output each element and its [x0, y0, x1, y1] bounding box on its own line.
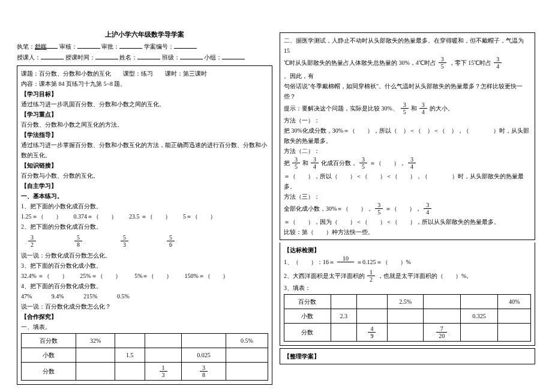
tbl1-c[interactable] — [226, 363, 268, 381]
fraction-3-4: 34 — [494, 56, 502, 70]
table-row: 分数 49 720 — [284, 324, 531, 342]
tbl1-h-percent: 百分数 — [22, 334, 76, 348]
right-test-box: 【达标检测】 1、（ ）：16＝ 10 ＝0.125＝（ ）% 2、大西洋面积是… — [280, 243, 535, 346]
q4-a: 47% — [21, 291, 32, 301]
period: 课时：第三课时 — [165, 70, 207, 77]
blank-review[interactable] — [77, 41, 100, 49]
goal-text: 通过练习进一步巩固百分数、分数和小数之间的互化。 — [21, 99, 268, 109]
q4-explain: 说一说：百分数化成分数怎么化？ — [21, 301, 268, 312]
fraction-5-3: 53 — [121, 234, 128, 248]
tbl2-c[interactable] — [460, 295, 498, 309]
fraction-5-6: 56 — [167, 234, 175, 248]
tbl1-c: 32% — [76, 334, 115, 348]
blank-name[interactable] — [137, 52, 160, 59]
coop-label: 【合作探究】 — [21, 312, 268, 322]
test-q1: 1、（ ）：16＝ 10 ＝0.125＝（ ）% — [284, 255, 531, 269]
goal-label: 【学习目标】 — [21, 89, 268, 99]
worksheet-title: 上沪小学六年级数学导学案 — [17, 30, 272, 39]
lbl-teacher: 授课人： — [17, 54, 41, 61]
fraction-3-4: 34 — [408, 156, 416, 170]
fraction-3-5: 35 — [359, 156, 367, 170]
tbl2-c[interactable] — [460, 324, 498, 342]
tbl1-c: 38 — [182, 363, 226, 381]
header-row-1: 执笔：舒晖 审核： 审批： 学案编号： — [17, 41, 272, 52]
tbl2-c: 40% — [498, 295, 531, 309]
fraction-3-4: 34 — [424, 202, 431, 216]
tbl2-c[interactable] — [423, 295, 460, 309]
lbl-time: 授课时间： — [65, 54, 95, 61]
method-3-text: 全部化成小数，30%＝（ ）， 35 ＝（ ）， 34 ＝（ ），因为（ ）＜（… — [284, 202, 531, 227]
blank-caseno[interactable] — [174, 41, 197, 49]
tbl2-c[interactable] — [498, 309, 531, 324]
header-row-2: 授课人： 授课时间： 姓名： 班级： 小组： — [17, 52, 272, 63]
q2a: 2、大西洋面积是太平洋面积的 — [284, 271, 365, 281]
lbl-class: 班级： — [162, 54, 180, 61]
blank-approve[interactable] — [119, 41, 142, 49]
method-1-text: 把 30%化成分数，30%＝（ ），所以（ ）＜（ ）＜（ ），（ ）时，从头部… — [284, 125, 531, 146]
tbl2-c[interactable] — [388, 324, 423, 342]
right-organize-box: 【整理学案】 — [280, 348, 535, 364]
hint-b: 和 — [411, 103, 417, 113]
m2a: 把 — [284, 158, 290, 168]
self-study-label: 【自主学习】 — [21, 181, 268, 191]
blank-teacher[interactable] — [41, 52, 64, 59]
tbl1-c[interactable] — [226, 348, 268, 363]
ptxt: ，零下 15℃时占 — [449, 58, 492, 68]
blank-group[interactable] — [222, 52, 245, 59]
tbl1-c[interactable] — [76, 363, 115, 381]
tbl1-c[interactable] — [145, 348, 182, 363]
table-row: 小数 1.5 0.025 — [22, 348, 268, 363]
method-label: 【学法指导】 — [21, 130, 268, 140]
tbl2-c[interactable] — [356, 309, 388, 324]
m3c: ＝（ ），因为（ ）＜（ ）＜（ ），所以从头部散失的热量最多。 — [284, 217, 500, 227]
table-row: 百分数 2.5% 40% — [284, 295, 531, 309]
m2e: ＝（ ），所以（ ）＜（ ）＜（ ），（ ）时，从头部散失的热量最多。 — [284, 171, 531, 191]
q2-fractions: 32 58 53 56 — [27, 234, 268, 248]
q1a: 1、（ ）：16＝ — [284, 257, 335, 267]
blank-class[interactable] — [180, 52, 203, 59]
focus-text: 百分数、分数和小数之间互化的方法。 — [21, 119, 268, 130]
fraction-3-4: 34 — [311, 156, 319, 170]
tbl2-h-decimal: 小数 — [284, 309, 331, 324]
blank-time[interactable] — [95, 52, 118, 59]
fraction-3-5: 35 — [375, 202, 383, 216]
tbl1-c: 13 — [145, 363, 182, 381]
fraction-3-5: 35 — [401, 101, 409, 115]
m3b: ＝（ ）， — [385, 204, 421, 214]
problem-text-2: ℃时从头部散失的热量占人体散失总热量的 30%，4℃时占 35 ，零下 15℃时… — [284, 56, 531, 81]
tbl2-c[interactable] — [498, 324, 531, 342]
lbl-review: 审核： — [59, 43, 77, 50]
hint-line: 提示：要解决这个问题，实际是比较 30%、 35 和 34 的大小。 — [284, 101, 531, 115]
topic: 课题：百分数、分数和小数的互化 — [21, 70, 111, 77]
tbl2-c[interactable] — [356, 295, 388, 309]
q4-c: 215% — [83, 291, 97, 301]
table-row: 小数 2.3 0.325 — [284, 309, 531, 324]
knowledge-text: 百分数与小数、分数的互化。 — [21, 170, 268, 181]
tbl2-c[interactable] — [331, 295, 356, 309]
test-q2: 2、大西洋面积是太平洋面积的 12 ，也就是太平洋面积的（ ）%。 — [284, 269, 531, 283]
q4-b: 9.4% — [52, 291, 64, 301]
problem-text-3: 句俗话说"冬季戴棉帽，如同穿棉袄"。什么气温时从头部散失的热量最多？怎样比较更快… — [284, 81, 531, 101]
tbl2-c[interactable] — [423, 309, 460, 324]
tbl1-c[interactable] — [145, 334, 182, 348]
organize-label: 【整理学案】 — [284, 351, 531, 361]
q4-d: 0.5% — [117, 291, 130, 301]
lbl-name: 姓名： — [119, 54, 137, 61]
table-1: 百分数 32% 0.5% 小数 1.5 0.025 分数 — [21, 333, 268, 381]
tbl1-c[interactable] — [115, 363, 145, 381]
tbl2-c[interactable] — [331, 324, 356, 342]
tbl2-c[interactable] — [388, 309, 423, 324]
table-row: 百分数 32% 0.5% — [22, 334, 268, 348]
method-1-label: 方法（一）： — [284, 115, 531, 125]
m2d: ＝（ ）， — [370, 158, 406, 168]
tbl1-c: 1.5 — [115, 348, 145, 363]
ptxt: ℃时从头部散失的热量占人体散失总热量的 30%，4℃时占 — [284, 58, 436, 68]
tbl1-c[interactable] — [115, 334, 145, 348]
q1-label: 1、把下面的小数化成百分数。 — [21, 201, 268, 211]
tbl1-c[interactable] — [76, 348, 115, 363]
method-3-label: 方法（三）： — [284, 191, 531, 202]
lbl-approve: 审批： — [101, 43, 119, 50]
lbl-caseno: 学案编号： — [144, 43, 174, 50]
tbl1-c[interactable] — [182, 334, 226, 348]
right-column: 二、据医学测试，人静止不动时从头部散失的热量最多。在穿得暖和，但不戴帽子，气温为… — [280, 30, 535, 385]
